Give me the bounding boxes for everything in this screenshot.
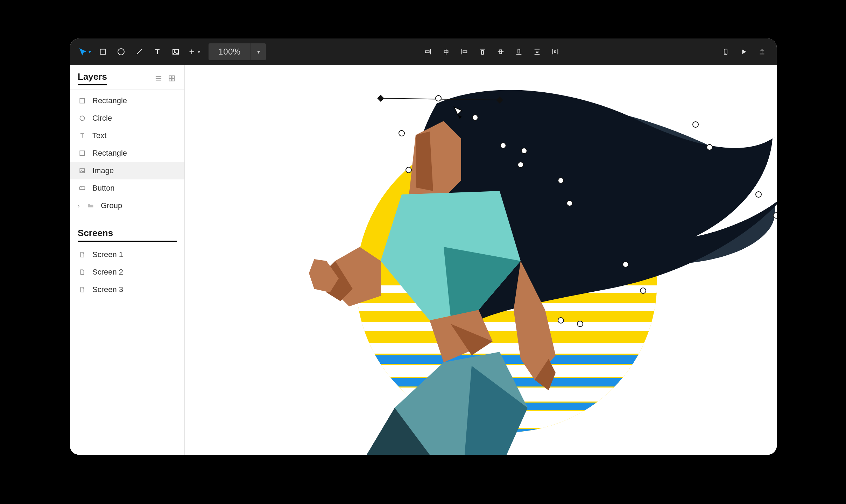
svg-point-46: [577, 321, 583, 327]
svg-point-4: [174, 51, 175, 52]
layer-item[interactable]: › Group: [70, 197, 184, 214]
text-icon: [78, 131, 87, 140]
chevron-right-icon: ›: [78, 202, 83, 210]
svg-point-1: [118, 49, 124, 55]
layer-label: Group: [101, 201, 122, 210]
svg-rect-10: [169, 76, 172, 78]
canvas-artwork: [185, 65, 777, 455]
svg-point-44: [567, 200, 572, 206]
layer-item[interactable]: Text: [70, 127, 184, 144]
page-icon: [78, 250, 87, 259]
svg-rect-0: [100, 49, 106, 55]
chevron-down-icon: ▾: [198, 49, 200, 55]
svg-point-41: [518, 162, 523, 168]
image-icon: [78, 166, 87, 175]
layer-label: Image: [92, 166, 114, 175]
svg-point-49: [693, 122, 698, 127]
chevron-down-icon: ▾: [89, 49, 91, 55]
toolbar: ▾ ▾ 100% ▾: [70, 38, 777, 65]
svg-point-47: [623, 262, 628, 267]
svg-point-15: [80, 116, 84, 120]
svg-point-43: [558, 178, 564, 183]
play-icon[interactable]: [735, 43, 752, 60]
rectangle-icon: [78, 149, 87, 158]
svg-point-51: [756, 192, 761, 197]
svg-rect-18: [80, 187, 85, 190]
svg-point-50: [707, 144, 712, 150]
screen-label: Screen 3: [92, 285, 123, 294]
layer-item[interactable]: Rectangle: [70, 144, 184, 162]
align-center-h-icon[interactable]: [438, 43, 454, 60]
layer-item[interactable]: Button: [70, 179, 184, 197]
svg-line-2: [137, 49, 142, 54]
ellipse-tool[interactable]: [113, 43, 129, 60]
distribute-v-icon[interactable]: [529, 43, 545, 60]
sidebar: Layers Rectangle Circle: [70, 65, 185, 455]
svg-point-39: [472, 115, 478, 120]
layer-item[interactable]: Rectangle: [70, 92, 184, 109]
svg-rect-16: [80, 151, 84, 155]
layer-label: Rectangle: [92, 96, 127, 105]
svg-rect-24: [353, 343, 661, 354]
canvas[interactable]: [185, 65, 777, 455]
svg-rect-14: [80, 98, 84, 103]
align-top-icon[interactable]: [474, 43, 491, 60]
screen-item[interactable]: Screen 2: [70, 263, 184, 281]
svg-point-52: [773, 213, 777, 218]
screens-panel-header: Screens: [70, 214, 184, 246]
line-tool[interactable]: [131, 43, 148, 60]
layer-label: Button: [92, 184, 115, 193]
svg-rect-23: [353, 322, 661, 331]
screens-list: Screen 1 Screen 2 Screen 3: [70, 246, 184, 298]
layers-title: Layers: [78, 71, 107, 85]
zoom-dropdown[interactable]: ▾: [251, 43, 266, 60]
svg-rect-12: [169, 79, 172, 81]
screen-item[interactable]: Screen 3: [70, 281, 184, 298]
zoom-value: 100%: [209, 47, 251, 57]
rectangle-tool[interactable]: [94, 43, 111, 60]
svg-rect-34: [377, 95, 384, 102]
layer-label: Rectangle: [92, 149, 127, 158]
image-tool[interactable]: [167, 43, 184, 60]
layer-label: Circle: [92, 114, 112, 123]
svg-point-37: [399, 130, 404, 136]
svg-point-36: [436, 95, 441, 101]
app-window: ▾ ▾ 100% ▾: [70, 38, 777, 455]
svg-rect-25: [353, 355, 661, 364]
distribute-h-icon[interactable]: [547, 43, 564, 60]
align-left-icon[interactable]: [456, 43, 473, 60]
layers-list: Rectangle Circle Text Rectangle: [70, 92, 184, 214]
text-tool[interactable]: [149, 43, 166, 60]
select-tool[interactable]: ▾: [76, 43, 93, 60]
button-icon: [78, 184, 87, 193]
screen-label: Screen 2: [92, 268, 123, 277]
screen-label: Screen 1: [92, 250, 123, 259]
svg-point-42: [521, 148, 527, 154]
page-icon: [78, 285, 87, 294]
svg-point-48: [640, 288, 646, 293]
svg-point-40: [500, 143, 506, 148]
grid-view-icon[interactable]: [167, 74, 177, 82]
screens-title: Screens: [78, 228, 177, 242]
layer-item[interactable]: Circle: [70, 109, 184, 127]
svg-point-38: [406, 167, 411, 173]
align-center-v-icon[interactable]: [492, 43, 509, 60]
align-bottom-icon[interactable]: [510, 43, 527, 60]
zoom-control[interactable]: 100% ▾: [209, 43, 266, 60]
upload-icon[interactable]: [754, 43, 770, 60]
list-view-icon[interactable]: [154, 74, 163, 82]
device-preview-icon[interactable]: [717, 43, 734, 60]
page-icon: [78, 268, 87, 277]
folder-icon: [86, 201, 95, 210]
rectangle-icon: [78, 96, 87, 105]
svg-rect-11: [172, 76, 175, 78]
circle-icon: [78, 114, 87, 123]
add-tool[interactable]: ▾: [185, 43, 202, 60]
layers-panel-header: Layers: [70, 71, 184, 90]
layer-item[interactable]: Image: [70, 162, 184, 179]
svg-rect-13: [172, 79, 175, 81]
svg-point-45: [558, 318, 564, 323]
align-right-icon[interactable]: [420, 43, 436, 60]
layer-label: Text: [92, 131, 106, 140]
screen-item[interactable]: Screen 1: [70, 246, 184, 263]
